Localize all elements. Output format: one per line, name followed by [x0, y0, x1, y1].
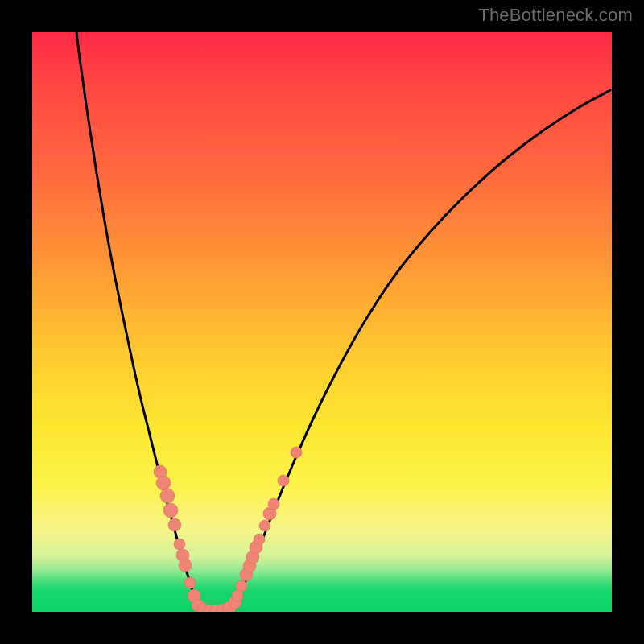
- bottleneck-curve: [76, 32, 610, 611]
- chart-svg: [32, 32, 612, 612]
- data-marker: [291, 447, 302, 458]
- data-marker: [254, 534, 265, 545]
- plot-area: [32, 32, 612, 612]
- data-marker: [236, 580, 247, 592]
- data-marker: [168, 518, 181, 531]
- data-marker: [156, 476, 171, 490]
- data-marker: [179, 559, 192, 572]
- data-marker: [278, 475, 289, 486]
- watermark-text: TheBottleneck.com: [478, 5, 633, 26]
- data-markers: [154, 447, 302, 612]
- data-marker: [268, 498, 279, 510]
- data-marker: [259, 520, 270, 531]
- chart-frame: TheBottleneck.com: [0, 0, 644, 644]
- curve-path: [76, 32, 610, 611]
- data-marker: [160, 489, 175, 503]
- data-marker: [184, 577, 196, 588]
- data-marker: [174, 539, 185, 550]
- data-marker: [163, 503, 178, 518]
